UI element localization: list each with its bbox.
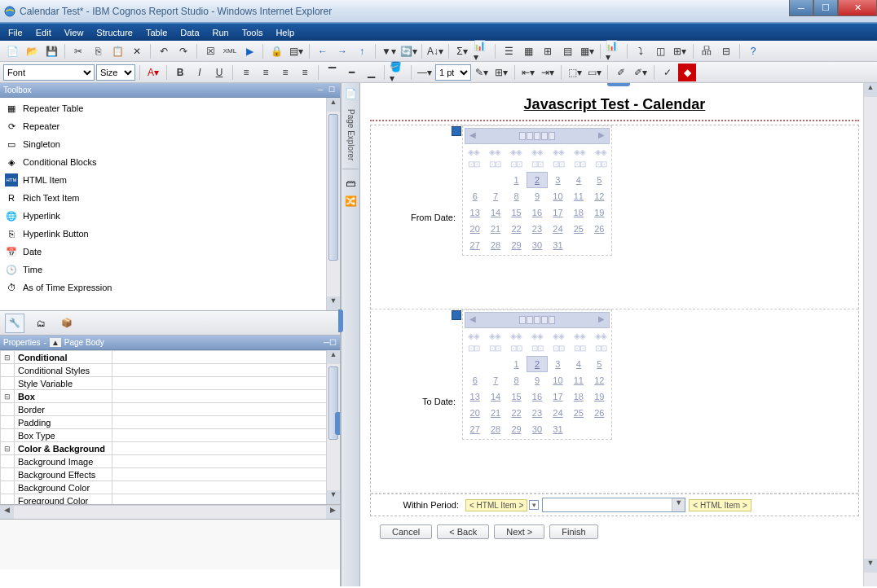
calendar-day[interactable]: 8: [506, 188, 527, 204]
line-color-button[interactable]: ✎▾: [473, 64, 491, 81]
calendar-day[interactable]: 18: [568, 388, 588, 405]
calendar-day[interactable]: 5: [589, 356, 610, 372]
calendar-day[interactable]: 7: [485, 188, 505, 204]
page-button[interactable]: ◫: [651, 42, 669, 60]
properties-minimize-icon[interactable]: ─: [324, 338, 329, 347]
calendar-day[interactable]: 10: [548, 372, 568, 388]
sum-button[interactable]: Σ▾: [453, 42, 471, 60]
tree-button[interactable]: ⊟: [717, 42, 735, 60]
calendar-day[interactable]: 20: [465, 405, 485, 421]
indent-left-button[interactable]: ⇤▾: [519, 64, 537, 81]
calendar-day[interactable]: 21: [485, 405, 505, 421]
redo-button[interactable]: ↷: [174, 42, 192, 60]
calendar-day[interactable]: 31: [548, 237, 568, 253]
calendar-day[interactable]: 29: [506, 421, 527, 437]
property-value[interactable]: [112, 403, 340, 416]
size-select[interactable]: Size: [96, 64, 135, 81]
property-value[interactable]: [112, 364, 340, 377]
property-label[interactable]: Background Effects: [15, 468, 112, 481]
toolbox-restore-icon[interactable]: ☐: [327, 86, 337, 95]
calendar-day[interactable]: 28: [485, 237, 505, 253]
scroll-left-arrow-icon[interactable]: ◀: [0, 506, 14, 520]
scroll-up-arrow-icon[interactable]: ▲: [327, 350, 340, 364]
calendar-day[interactable]: 5: [589, 172, 610, 188]
valign-bottom-button[interactable]: ▁: [362, 64, 380, 81]
calendar-day[interactable]: 25: [568, 405, 588, 421]
page-icon[interactable]: 📄: [343, 88, 358, 103]
sections-button[interactable]: ☰: [500, 42, 518, 60]
scroll-up-arrow-icon[interactable]: ▲: [327, 98, 340, 112]
copy-button[interactable]: ⎘: [89, 42, 107, 60]
calendar-day[interactable]: 29: [506, 237, 527, 253]
property-value[interactable]: [112, 390, 340, 403]
calendar-day[interactable]: 16: [527, 388, 547, 405]
html-item-chip[interactable]: < HTML Item >: [689, 499, 751, 511]
menu-tools[interactable]: Tools: [236, 26, 270, 39]
calendar-day[interactable]: 26: [589, 405, 610, 421]
property-value[interactable]: [112, 351, 340, 364]
toolbox-scrollbar[interactable]: ▲ ▼: [326, 98, 340, 310]
align-justify-button[interactable]: ≡: [296, 64, 314, 81]
window-maximize-button[interactable]: ☐: [813, 0, 838, 16]
toolbox-item[interactable]: ⎘Hyperlink Button: [0, 225, 340, 243]
filter-button[interactable]: ▼▾: [380, 42, 398, 60]
prompt-handle-icon[interactable]: [452, 310, 461, 320]
calendar-day[interactable]: 12: [589, 188, 610, 204]
structure-button[interactable]: 品: [698, 42, 716, 60]
calendar-day[interactable]: 20: [465, 221, 485, 237]
calendar-day[interactable]: 4: [568, 172, 588, 188]
indent-right-button[interactable]: ⇥▾: [539, 64, 557, 81]
property-group[interactable]: Color & Background: [15, 442, 112, 455]
up-arrow-button[interactable]: ↑: [353, 42, 371, 60]
run-button[interactable]: ▶: [240, 42, 258, 60]
paste-button[interactable]: 📋: [108, 42, 126, 60]
back-button[interactable]: < Back: [437, 524, 489, 539]
group-button[interactable]: ▦: [519, 42, 537, 60]
expand-icon[interactable]: ⊟: [1, 390, 15, 403]
scroll-thumb[interactable]: [328, 114, 338, 261]
calendar-day[interactable]: 30: [527, 421, 547, 437]
calendar-day[interactable]: 27: [465, 421, 485, 437]
next-button[interactable]: Next >: [494, 524, 544, 539]
finish-button[interactable]: Finish: [549, 524, 597, 539]
calendar-day[interactable]: 23: [527, 221, 547, 237]
calendar-day[interactable]: 3: [548, 356, 568, 372]
menu-data[interactable]: Data: [174, 26, 205, 39]
prompt-page-body[interactable]: From Date: ◀▶◈◈◈◈◈◈◈◈◈◈◈◈◈◈⊡⊡⊡⊡⊡⊡⊡⊡⊡⊡⊡⊡⊡…: [370, 125, 859, 516]
delete-button[interactable]: ✕: [128, 42, 146, 60]
line-weight-select[interactable]: 1 pt: [435, 64, 471, 81]
calendar-day[interactable]: 26: [589, 221, 610, 237]
align-right-button[interactable]: ≡: [276, 64, 294, 81]
toolbox-item[interactable]: ⟳Repeater: [0, 117, 340, 135]
calendar-day[interactable]: 3: [548, 172, 568, 188]
toolbox-item[interactable]: 📅Date: [0, 243, 340, 261]
calendar-day[interactable]: 17: [548, 388, 568, 405]
new-button[interactable]: 📄: [3, 42, 21, 60]
calendar-day[interactable]: 22: [506, 405, 527, 421]
menu-edit[interactable]: Edit: [29, 26, 58, 39]
calendar-day[interactable]: 6: [465, 188, 485, 204]
window-minimize-button[interactable]: ─: [789, 0, 813, 16]
calendar-day[interactable]: 4: [568, 356, 588, 372]
valign-middle-button[interactable]: ━: [342, 64, 360, 81]
calendar-day[interactable]: 17: [548, 204, 568, 221]
font-select[interactable]: Font: [3, 64, 95, 81]
calendar-day[interactable]: 30: [527, 237, 547, 253]
menu-file[interactable]: File: [2, 26, 29, 39]
cut-button[interactable]: ✂: [69, 42, 87, 60]
calendar-day[interactable]: 2: [527, 172, 547, 188]
cal-prev-icon[interactable]: ◀: [467, 130, 478, 142]
tab-source[interactable]: 📦: [57, 314, 77, 333]
calendar-day[interactable]: 13: [465, 204, 485, 221]
cancel-button[interactable]: Cancel: [380, 524, 432, 539]
validate-button[interactable]: ☒: [201, 42, 219, 60]
undo-button[interactable]: ↶: [155, 42, 173, 60]
calendar-day[interactable]: 9: [527, 188, 547, 204]
calendar-day[interactable]: 23: [527, 405, 547, 421]
calendar-day[interactable]: 11: [568, 188, 588, 204]
property-value[interactable]: [112, 429, 340, 442]
drill-button[interactable]: ⤵: [632, 42, 650, 60]
tab-insertable[interactable]: 🔧: [5, 314, 24, 333]
lock-button[interactable]: 🔒: [267, 42, 285, 60]
open-button[interactable]: 📂: [23, 42, 41, 60]
